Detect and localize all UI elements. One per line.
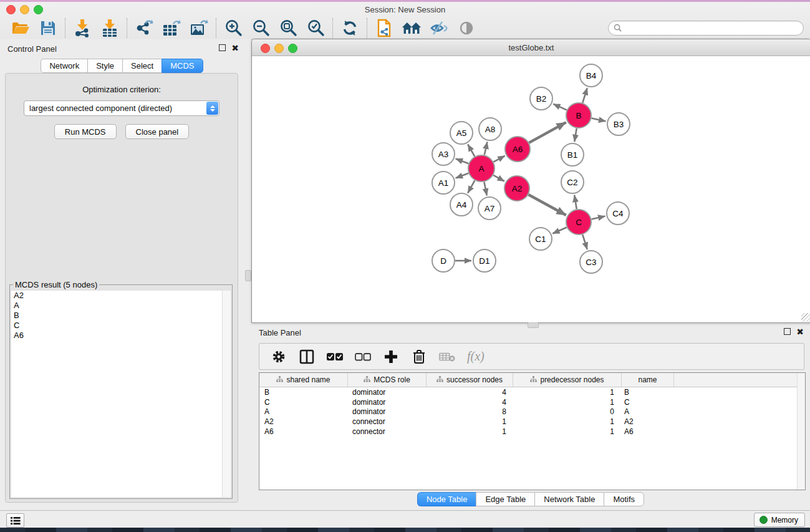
task-history-button[interactable] — [6, 513, 24, 528]
edge-A-A7[interactable] — [484, 182, 486, 196]
column-header-name[interactable]: name — [622, 373, 674, 387]
float-table-panel-icon[interactable] — [784, 328, 791, 335]
cell-shared-name[interactable]: A2 — [259, 417, 347, 426]
edge-A2-C[interactable] — [528, 195, 566, 215]
mcds-result-item[interactable]: A2 — [11, 291, 231, 301]
cell-MCDS-role[interactable]: dominator — [347, 407, 425, 416]
zoom-in-icon[interactable] — [223, 18, 243, 38]
cell-name[interactable]: A6 — [619, 427, 671, 436]
close-panel-icon[interactable]: ✖ — [231, 45, 239, 51]
show-columns-icon[interactable] — [299, 349, 315, 365]
search-input[interactable] — [622, 23, 798, 33]
zoom-out-icon[interactable] — [251, 18, 271, 38]
network-canvas[interactable]: B4B2BB3A5A8A6A3B1AA1C2A2A4A7C4CC1DD1C3 — [253, 56, 810, 322]
open-session-icon[interactable] — [11, 18, 31, 38]
import-network-icon[interactable] — [72, 18, 92, 38]
cell-predecessor-nodes[interactable]: 1 — [511, 427, 619, 436]
close-table-panel-icon[interactable]: ✖ — [796, 329, 804, 335]
tab-edge-table[interactable]: Edge Table — [476, 492, 534, 506]
export-network-icon[interactable] — [134, 18, 154, 38]
column-header-predecessor-nodes[interactable]: predecessor nodes — [513, 373, 622, 387]
edge-C-C3[interactable] — [582, 235, 587, 249]
tab-select[interactable]: Select — [122, 59, 162, 73]
cell-successor-nodes[interactable]: 4 — [425, 388, 511, 397]
table-row[interactable]: Adominator80A — [259, 407, 805, 417]
mcds-list-scrollbar[interactable] — [222, 291, 231, 497]
criterion-select[interactable]: largest connected component (directed) — [24, 100, 219, 116]
unselect-all-columns-icon[interactable] — [355, 349, 371, 365]
table-row[interactable]: Cdominator41C — [259, 397, 805, 407]
edge-A-A2[interactable] — [493, 175, 504, 181]
select-all-columns-icon[interactable] — [327, 349, 343, 365]
horizontal-splitter-grip[interactable] — [528, 322, 539, 328]
cell-shared-name[interactable]: A6 — [259, 427, 347, 436]
cell-MCDS-role[interactable]: connector — [347, 417, 425, 426]
panel-splitter[interactable] — [244, 39, 251, 510]
table-settings-gear-icon[interactable] — [271, 349, 287, 365]
edge-B-B4[interactable] — [582, 88, 587, 103]
cell-name[interactable]: A2 — [619, 417, 671, 426]
mcds-result-item[interactable]: B — [11, 311, 231, 321]
close-panel-button[interactable]: Close panel — [125, 124, 190, 139]
tab-network[interactable]: Network — [41, 59, 87, 73]
save-session-icon[interactable] — [38, 18, 58, 38]
float-panel-icon[interactable] — [219, 44, 226, 51]
mcds-result-item[interactable]: A6 — [11, 331, 231, 341]
edge-C-C1[interactable] — [552, 227, 567, 233]
column-header-successor-nodes[interactable]: successor nodes — [427, 373, 513, 387]
export-table-icon[interactable] — [162, 18, 181, 38]
edge-A-A4[interactable] — [468, 180, 475, 193]
edge-A-A6[interactable] — [493, 156, 504, 162]
cell-shared-name[interactable]: C — [259, 398, 347, 407]
network-window-titlebar[interactable]: testGlobe.txt — [252, 39, 810, 56]
cell-successor-nodes[interactable]: 8 — [425, 407, 511, 416]
memory-button[interactable]: Memory — [754, 513, 805, 527]
tab-style[interactable]: Style — [87, 59, 122, 73]
zoom-selected-icon[interactable] — [306, 18, 325, 38]
tab-mcds[interactable]: MCDS — [162, 59, 203, 73]
show-tool-icon[interactable] — [456, 18, 476, 38]
window-resize-grip[interactable] — [801, 313, 810, 322]
cell-MCDS-role[interactable]: dominator — [347, 398, 425, 407]
tab-node-table[interactable]: Node Table — [417, 492, 476, 506]
cell-name[interactable]: A — [619, 407, 671, 416]
table-row[interactable]: A6connector11A6 — [259, 427, 805, 437]
zoom-fit-icon[interactable] — [278, 18, 298, 38]
mcds-result-item[interactable]: A — [11, 301, 231, 311]
tab-motifs[interactable]: Motifs — [604, 492, 644, 506]
cell-successor-nodes[interactable]: 1 — [425, 417, 511, 426]
import-table-icon[interactable] — [100, 18, 120, 38]
cell-name[interactable]: C — [619, 398, 671, 407]
hide-tool-icon[interactable] — [429, 18, 449, 38]
column-header-shared-name[interactable]: shared name — [259, 373, 348, 387]
edge-B-B1[interactable] — [574, 128, 576, 142]
cell-MCDS-role[interactable]: dominator — [347, 388, 425, 397]
edge-A-A8[interactable] — [485, 142, 488, 155]
table-scrollbar[interactable] — [797, 373, 805, 490]
edge-A-A1[interactable] — [456, 173, 469, 178]
edge-A6-B[interactable] — [529, 122, 566, 143]
export-image-icon[interactable] — [189, 18, 209, 38]
cell-predecessor-nodes[interactable]: 0 — [511, 407, 619, 416]
cell-predecessor-nodes[interactable]: 1 — [511, 388, 619, 397]
mcds-result-item[interactable]: C — [11, 321, 231, 331]
edge-B-B3[interactable] — [592, 118, 606, 121]
network-graph[interactable]: B4B2BB3A5A8A6A3B1AA1C2A2A4A7C4CC1DD1C3 — [253, 56, 810, 322]
cell-name[interactable]: B — [619, 388, 671, 397]
clone-network-icon[interactable] — [374, 18, 394, 38]
search-field[interactable] — [608, 21, 804, 36]
cell-successor-nodes[interactable]: 4 — [425, 398, 511, 407]
create-column-plus-icon[interactable] — [383, 349, 399, 365]
refresh-layout-icon[interactable] — [340, 18, 360, 38]
function-builder-icon[interactable]: f(x) — [467, 349, 485, 364]
cell-successor-nodes[interactable]: 1 — [425, 427, 511, 436]
cell-shared-name[interactable]: A — [259, 407, 347, 416]
edge-C-C2[interactable] — [574, 195, 577, 210]
splitter-grip[interactable] — [245, 270, 251, 281]
cell-MCDS-role[interactable]: connector — [347, 427, 425, 436]
table-row[interactable]: Bdominator41B — [259, 387, 805, 397]
column-header-MCDS-role[interactable]: MCDS role — [348, 373, 427, 387]
edge-A-A5[interactable] — [468, 144, 475, 157]
tab-network-table[interactable]: Network Table — [534, 492, 604, 506]
delete-table-icon[interactable] — [439, 349, 455, 365]
